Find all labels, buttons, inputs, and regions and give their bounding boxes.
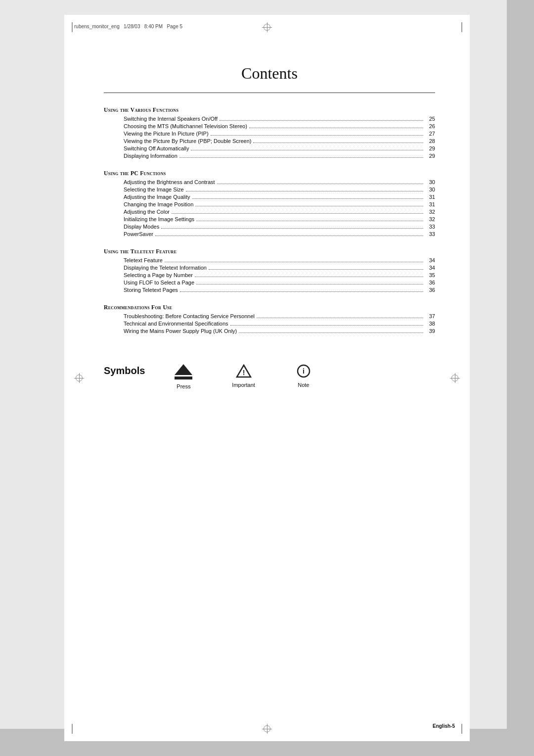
toc-dots (196, 221, 423, 221)
toc-section-using-teletext-feature: Using the Teletext FeatureTeletext Featu… (104, 248, 435, 293)
toc-dots (230, 325, 423, 326)
doc-filename: rubens_monitor_eng 1/28/03 8:40 PM Page … (74, 24, 182, 29)
toc-page-number: 30 (425, 179, 435, 185)
toc-entry-text: Troubleshooting: Before Contacting Servi… (124, 313, 255, 319)
toc-entries-recommendations-for-use: Troubleshooting: Before Contacting Servi… (104, 313, 435, 334)
toc-entry: Display Modes33 (124, 224, 435, 230)
corner-mark-br (461, 724, 462, 734)
toc-entry: Adjusting the Color32 (124, 209, 435, 215)
svg-text:!: ! (242, 369, 245, 377)
press-triangle-icon (175, 364, 192, 375)
toc-page-number: 29 (425, 153, 435, 159)
toc-entries-using-pc-functions: Adjusting the Brightness and Contrast30S… (104, 179, 435, 237)
side-bar-right (507, 0, 534, 756)
toc-entry: Choosing the MTS (Multichannel Televisio… (124, 123, 435, 130)
toc-entry-text: Displaying Information (124, 153, 178, 159)
toc-entry-text: Switching Off Automatically (124, 145, 189, 151)
press-base-icon (175, 377, 192, 379)
toc-entry: Wiring the Mains Power Supply Plug (UK O… (124, 328, 435, 334)
toc-page-number: 39 (425, 328, 435, 334)
toc-section-using-pc-functions: Using the PC FunctionsAdjusting the Brig… (104, 170, 435, 237)
toc-dots (257, 318, 423, 318)
toc-dots (180, 291, 423, 292)
toc-entry-text: Adjusting the Brightness and Contrast (124, 179, 215, 185)
toc-page-number: 38 (425, 321, 435, 327)
toc-section-recommendations-for-use: Recommendations For UseTroubleshooting: … (104, 304, 435, 334)
toc-entry: Switching Off Automatically29 (124, 145, 435, 152)
toc-dots (172, 213, 423, 214)
title-rule (104, 93, 435, 93)
toc-entry: Adjusting the Image Quality31 (124, 194, 435, 200)
toc-page-number: 27 (425, 131, 435, 137)
note-label: Note (298, 382, 309, 388)
toc-page-number: 36 (425, 280, 435, 285)
toc-entry-text: Adjusting the Color (124, 209, 170, 215)
toc-dots (195, 277, 423, 277)
toc-entry-text: Adjusting the Image Quality (124, 194, 190, 200)
toc-entry: Displaying Information29 (124, 153, 435, 159)
toc-page-number: 32 (425, 209, 435, 215)
toc-page-number: 30 (425, 187, 435, 192)
toc-page-number: 26 (425, 123, 435, 129)
toc-entry: Storing Teletext Pages36 (124, 287, 435, 293)
toc-dots (161, 228, 423, 229)
toc-entry-text: Display Modes (124, 224, 159, 230)
toc-entry: Technical and Environmental Specificatio… (124, 321, 435, 327)
crosshair-right (450, 373, 460, 383)
toc-container: Using the Various FunctionsSwitching the… (104, 107, 435, 334)
toc-page-number: 37 (425, 313, 435, 319)
toc-entry-text: Displaying the Teletext Information (124, 265, 207, 271)
toc-entry-text: Choosing the MTS (Multichannel Televisio… (124, 123, 247, 129)
toc-dots (186, 191, 423, 191)
toc-dots (211, 135, 423, 136)
important-icon-container: ! (235, 364, 253, 378)
toc-entry-text: PowerSaver (124, 231, 153, 237)
important-svg-icon: ! (236, 364, 252, 378)
toc-entries-using-teletext-feature: Teletext Feature34Displaying the Teletex… (104, 257, 435, 293)
symbol-press: Press (175, 364, 192, 389)
toc-entry: Using FLOF to Select a Page36 (124, 280, 435, 286)
symbol-note: i Note (295, 364, 312, 388)
toc-entry-text: Technical and Environmental Specificatio… (124, 321, 228, 327)
page-footer: English-5 (433, 723, 455, 729)
toc-page-number: 33 (425, 231, 435, 237)
toc-entry: Switching the Internal Speakers On/Off25 (124, 116, 435, 122)
section-heading-using-pc-functions: Using the PC Functions (104, 170, 435, 176)
toc-page-number: 34 (425, 257, 435, 263)
toc-entry: Selecting the Image Size30 (124, 187, 435, 193)
toc-entry: Viewing the Picture By Picture (PBP; Dou… (124, 138, 435, 144)
toc-entry-text: Initializing the Image Settings (124, 216, 194, 222)
toc-dots (195, 206, 423, 206)
toc-entry-text: Selecting a Page by Number (124, 272, 193, 278)
toc-dots (165, 262, 423, 262)
toc-dots (191, 150, 423, 150)
toc-entry-text: Switching the Internal Speakers On/Off (124, 116, 218, 122)
page-container: rubens_monitor_eng 1/28/03 8:40 PM Page … (0, 0, 534, 756)
footer-text: English-5 (433, 723, 455, 729)
symbols-label: Symbols (104, 365, 145, 377)
crosshair-bottom (262, 724, 272, 734)
svg-text:i: i (303, 367, 305, 375)
section-heading-using-teletext-feature: Using the Teletext Feature (104, 248, 435, 254)
corner-mark-tr (461, 22, 462, 32)
toc-entry-text: Teletext Feature (124, 257, 163, 263)
toc-entry-text: Viewing the Picture By Picture (PBP; Dou… (124, 138, 251, 144)
toc-page-number: 35 (425, 272, 435, 278)
page-title: Contents (104, 64, 435, 83)
toc-dots (192, 198, 423, 199)
toc-page-number: 31 (425, 201, 435, 207)
toc-page-number: 36 (425, 287, 435, 293)
symbols-section: Symbols Press ! (104, 364, 435, 389)
note-icon-container: i (295, 364, 312, 378)
section-heading-using-various-functions: Using the Various Functions (104, 107, 435, 113)
toc-page-number: 25 (425, 116, 435, 122)
note-svg-icon: i (296, 364, 311, 378)
toc-page-number: 29 (425, 145, 435, 151)
doc-header: rubens_monitor_eng 1/28/03 8:40 PM Page … (74, 24, 460, 29)
symbols-items: Press ! Important (175, 364, 312, 389)
crosshair-left (74, 373, 84, 383)
toc-entry: Adjusting the Brightness and Contrast30 (124, 179, 435, 186)
toc-dots (179, 157, 423, 158)
toc-dots (196, 284, 423, 284)
toc-entries-using-various-functions: Switching the Internal Speakers On/Off25… (104, 116, 435, 159)
